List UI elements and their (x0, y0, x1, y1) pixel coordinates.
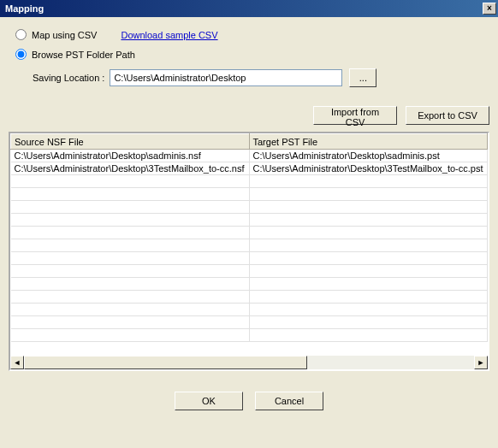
cell-target: . (249, 239, 488, 252)
cell-target: . (249, 304, 488, 316)
cell-target: C:\Users\Administrator\Desktop\3TestMail… (249, 162, 488, 175)
cell-source: . (11, 239, 250, 252)
cell-target: . (249, 252, 488, 265)
cell-target: . (249, 278, 488, 291)
import-csv-button[interactable]: Import from CSV (313, 106, 397, 125)
table-row: .. (11, 201, 488, 214)
scroll-right-arrow[interactable]: ► (474, 356, 488, 369)
cell-source: . (11, 175, 250, 188)
download-sample-link[interactable]: Download sample CSV (121, 30, 217, 40)
cell-target: . (249, 291, 488, 304)
radio-browse-pst-label: Browse PST Folder Path (32, 50, 135, 60)
cell-source: . (11, 278, 250, 291)
cell-source: . (11, 214, 250, 227)
table-row: .. (11, 278, 488, 291)
cell-target: . (249, 227, 488, 239)
cell-source: C:\Users\Administrator\Desktop\sadminis.… (11, 150, 250, 162)
dialog-content: Map using CSV Download sample CSV Browse… (0, 17, 498, 419)
radio-map-csv-label: Map using CSV (32, 30, 97, 40)
table-row: .. (11, 329, 488, 342)
mapping-table: Source NSF File Target PST File C:\Users… (10, 133, 488, 342)
table-row[interactable]: C:\Users\Administrator\Desktop\sadminis.… (11, 150, 488, 162)
cell-source: . (11, 316, 250, 329)
table-row: .. (11, 252, 488, 265)
export-csv-button[interactable]: Export to CSV (406, 106, 489, 125)
cell-target: . (249, 265, 488, 278)
csv-action-row: Import from CSV Export to CSV (9, 106, 489, 125)
close-icon: × (487, 4, 492, 13)
browse-button[interactable]: ... (349, 68, 376, 87)
cell-source: . (11, 329, 250, 342)
table-row: .. (11, 239, 488, 252)
cell-target: . (249, 329, 488, 342)
titlebar: Mapping × (0, 0, 498, 17)
cell-source: . (11, 265, 250, 278)
radio-browse-pst[interactable] (15, 49, 27, 60)
table-row: .. (11, 316, 488, 329)
cancel-button[interactable]: Cancel (255, 392, 323, 410)
cell-target: . (249, 214, 488, 227)
table-row: .. (11, 227, 488, 239)
table-row: .. (11, 188, 488, 201)
ok-button[interactable]: OK (175, 392, 243, 410)
cell-source: C:\Users\Administrator\Desktop\3TestMail… (11, 162, 250, 175)
table-header-row: Source NSF File Target PST File (11, 134, 488, 150)
table-row: .. (11, 291, 488, 304)
horizontal-scrollbar[interactable]: ◄ ► (10, 356, 488, 369)
scroll-track[interactable] (24, 356, 474, 369)
cell-source: . (11, 291, 250, 304)
scroll-left-arrow[interactable]: ◄ (10, 356, 24, 369)
cell-target: . (249, 201, 488, 214)
cell-source: . (11, 188, 250, 201)
saving-location-label: Saving Location : (33, 73, 104, 83)
cell-source: . (11, 304, 250, 316)
header-target[interactable]: Target PST File (249, 134, 488, 150)
table-row: .. (11, 265, 488, 278)
saving-location-input[interactable] (110, 69, 342, 86)
table-row: .. (11, 214, 488, 227)
table-row[interactable]: C:\Users\Administrator\Desktop\3TestMail… (11, 162, 488, 175)
scroll-thumb[interactable] (24, 356, 307, 369)
option-map-csv-row: Map using CSV Download sample CSV (15, 29, 489, 40)
radio-map-csv[interactable] (15, 29, 27, 40)
cell-target: . (249, 188, 488, 201)
cell-source: . (11, 201, 250, 214)
footer-buttons: OK Cancel (9, 392, 489, 410)
option-browse-row: Browse PST Folder Path (15, 49, 489, 60)
window-title: Mapping (5, 3, 44, 14)
cell-source: . (11, 227, 250, 239)
cell-target: . (249, 316, 488, 329)
cell-source: . (11, 252, 250, 265)
table-row: .. (11, 304, 488, 316)
cell-target: C:\Users\Administrator\Desktop\sadminis.… (249, 150, 488, 162)
header-source[interactable]: Source NSF File (11, 134, 250, 150)
table-row: .. (11, 175, 488, 188)
mapping-grid: Source NSF File Target PST File C:\Users… (9, 132, 489, 371)
close-button[interactable]: × (483, 3, 496, 15)
cell-target: . (249, 175, 488, 188)
saving-location-row: Saving Location : ... (33, 68, 489, 87)
